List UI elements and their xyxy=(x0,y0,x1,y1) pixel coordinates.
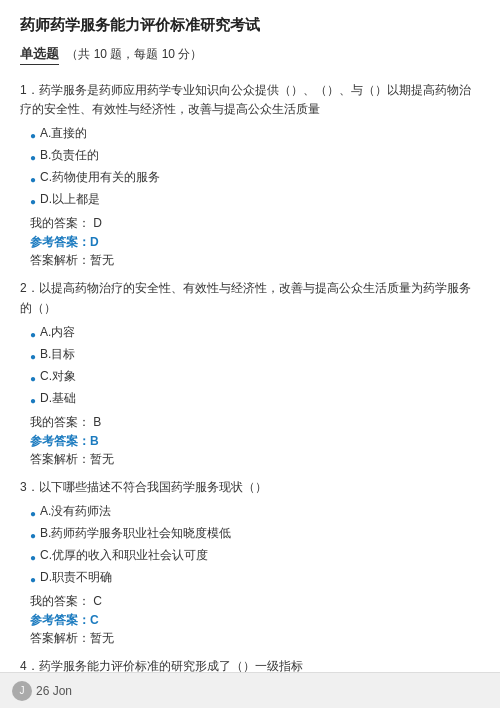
my-answer-2: 我的答案： B xyxy=(30,414,480,431)
bullet-icon: ● xyxy=(30,149,36,167)
answer-analysis-1: 答案解析：暂无 xyxy=(30,252,480,269)
option-item[interactable]: ●A.直接的 xyxy=(30,123,480,145)
option-label: C.优厚的收入和职业社会认可度 xyxy=(40,545,208,567)
option-item[interactable]: ●B.目标 xyxy=(30,344,480,366)
section-label: 单选题 xyxy=(20,45,59,65)
option-label: A.内容 xyxy=(40,322,75,344)
option-label: B.目标 xyxy=(40,344,75,366)
option-item[interactable]: ●C.优厚的收入和职业社会认可度 xyxy=(30,545,480,567)
option-label: A.直接的 xyxy=(40,123,87,145)
option-list-3: ●A.没有药师法●B.药师药学服务职业社会知晓度模低●C.优厚的收入和职业社会认… xyxy=(30,501,480,589)
question-text-2: 2．以提高药物治疗的安全性、有效性与经济性，改善与提高公众生活质量为药学服务的（… xyxy=(20,279,480,317)
avatar: J xyxy=(12,681,32,701)
option-label: D.基础 xyxy=(40,388,76,410)
bullet-icon: ● xyxy=(30,549,36,567)
page-title: 药师药学服务能力评价标准研究考试 xyxy=(20,16,480,35)
bullet-icon: ● xyxy=(30,505,36,523)
bullet-icon: ● xyxy=(30,348,36,366)
option-list-2: ●A.内容●B.目标●C.对象●D.基础 xyxy=(30,322,480,410)
option-item[interactable]: ●D.以上都是 xyxy=(30,189,480,211)
option-item[interactable]: ●D.职责不明确 xyxy=(30,567,480,589)
option-label: C.对象 xyxy=(40,366,76,388)
ref-answer-2: 参考答案：B xyxy=(30,433,480,450)
question-3: 3．以下哪些描述不符合我国药学服务现状（）●A.没有药师法●B.药师药学服务职业… xyxy=(20,478,480,647)
question-2: 2．以提高药物治疗的安全性、有效性与经济性，改善与提高公众生活质量为药学服务的（… xyxy=(20,279,480,467)
question-1: 1．药学服务是药师应用药学专业知识向公众提供（）、（）、与（）以期提高药物治疗的… xyxy=(20,81,480,269)
bullet-icon: ● xyxy=(30,527,36,545)
option-item[interactable]: ●C.对象 xyxy=(30,366,480,388)
my-answer-3: 我的答案： C xyxy=(30,593,480,610)
option-label: D.职责不明确 xyxy=(40,567,112,589)
option-item[interactable]: ●D.基础 xyxy=(30,388,480,410)
option-label: D.以上都是 xyxy=(40,189,100,211)
my-answer-1: 我的答案： D xyxy=(30,215,480,232)
option-item[interactable]: ●A.内容 xyxy=(30,322,480,344)
option-item[interactable]: ●A.没有药师法 xyxy=(30,501,480,523)
question-text-1: 1．药学服务是药师应用药学专业知识向公众提供（）、（）、与（）以期提高药物治疗的… xyxy=(20,81,480,119)
option-label: A.没有药师法 xyxy=(40,501,111,523)
answer-analysis-2: 答案解析：暂无 xyxy=(30,451,480,468)
footer-bar: J 26 Jon xyxy=(0,672,500,708)
bullet-icon: ● xyxy=(30,370,36,388)
option-label: B.负责任的 xyxy=(40,145,99,167)
option-list-1: ●A.直接的●B.负责任的●C.药物使用有关的服务●D.以上都是 xyxy=(30,123,480,211)
option-item[interactable]: ●B.药师药学服务职业社会知晓度模低 xyxy=(30,523,480,545)
section-desc: （共 10 题，每题 10 分） xyxy=(66,47,202,61)
option-label: C.药物使用有关的服务 xyxy=(40,167,160,189)
bullet-icon: ● xyxy=(30,571,36,589)
questions-container: 1．药学服务是药师应用药学专业知识向公众提供（）、（）、与（）以期提高药物治疗的… xyxy=(20,81,480,708)
question-text-3: 3．以下哪些描述不符合我国药学服务现状（） xyxy=(20,478,480,497)
bullet-icon: ● xyxy=(30,392,36,410)
bullet-icon: ● xyxy=(30,127,36,145)
option-item[interactable]: ●B.负责任的 xyxy=(30,145,480,167)
bullet-icon: ● xyxy=(30,193,36,211)
footer-username: 26 Jon xyxy=(36,684,72,698)
answer-analysis-3: 答案解析：暂无 xyxy=(30,630,480,647)
option-label: B.药师药学服务职业社会知晓度模低 xyxy=(40,523,231,545)
option-item[interactable]: ●C.药物使用有关的服务 xyxy=(30,167,480,189)
bullet-icon: ● xyxy=(30,326,36,344)
ref-answer-1: 参考答案：D xyxy=(30,234,480,251)
footer-user: J 26 Jon xyxy=(12,681,72,701)
ref-answer-3: 参考答案：C xyxy=(30,612,480,629)
bullet-icon: ● xyxy=(30,171,36,189)
